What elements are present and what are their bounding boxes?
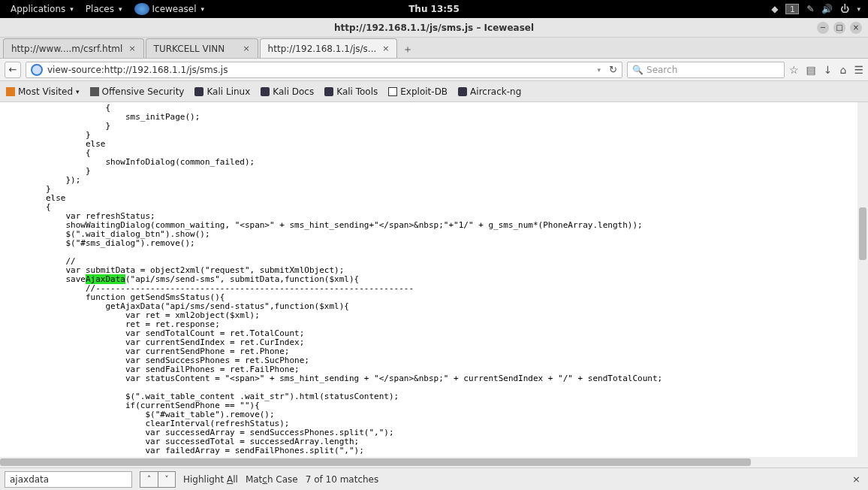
tab-bar: http://www....m/csrf.html × TURKCELL VIN…: [0, 38, 868, 59]
bookmarks-bar: Most Visited ▾ Offensive Security Kali L…: [0, 81, 868, 102]
find-status: 7 of 10 matches: [306, 474, 379, 485]
window-close-button[interactable]: ×: [850, 22, 862, 34]
find-close-button[interactable]: ×: [852, 473, 860, 485]
vertical-scrollbar[interactable]: [857, 102, 868, 467]
bm-kali-linux[interactable]: Kali Linux: [194, 86, 250, 97]
bm-offensive-security[interactable]: Offensive Security: [90, 86, 185, 97]
tab-label: TURKCELL VINN: [154, 44, 225, 54]
feed-icon: [6, 87, 15, 96]
reload-button[interactable]: ↻: [609, 64, 617, 75]
browser-taskbar-item[interactable]: Iceweasel: [128, 0, 211, 18]
window-maximize-button[interactable]: □: [833, 22, 845, 34]
tab-close-button[interactable]: ×: [243, 44, 249, 53]
window-title: http://192.168.1.1/js/sms.js – Iceweasel: [334, 23, 534, 33]
highlight-all-toggle[interactable]: Highlight All: [183, 474, 238, 485]
bm-kali-tools[interactable]: Kali Tools: [324, 86, 378, 97]
tab-close-button[interactable]: ×: [382, 44, 389, 53]
search-icon: 🔍: [632, 65, 643, 75]
volume-icon[interactable]: 🔊: [821, 4, 833, 14]
bookmark-icon: [90, 87, 99, 96]
iceweasel-icon: [134, 3, 149, 15]
source-viewport: { sms_initPage(); } } else { showInfoDia…: [0, 102, 868, 467]
search-placeholder: Search: [646, 65, 677, 75]
scrollbar-thumb[interactable]: [859, 207, 866, 260]
home-icon[interactable]: ⌂: [840, 64, 847, 76]
url-dropdown-icon[interactable]: ▾: [597, 66, 601, 74]
find-input[interactable]: ajaxdata: [5, 471, 132, 488]
tab-csrf[interactable]: http://www....m/csrf.html ×: [3, 38, 144, 58]
site-identity-icon: [31, 64, 43, 76]
menu-icon[interactable]: ☰: [854, 64, 863, 76]
tools-icon[interactable]: ✎: [806, 4, 814, 14]
navigation-bar: ← view-source:http://192.168.1.1/js/sms.…: [0, 59, 868, 81]
tab-turkcell[interactable]: TURKCELL VINN ×: [146, 38, 258, 58]
url-text: view-source:http://192.168.1.1/js/sms.js: [47, 65, 228, 75]
window-titlebar: http://192.168.1.1/js/sms.js – Iceweasel…: [0, 18, 868, 38]
tab-smsjs[interactable]: http://192.168.1.1/js/s... ×: [260, 38, 398, 58]
search-highlight: AjaxData: [86, 274, 125, 284]
kali-icon: [194, 87, 203, 96]
kali-icon: [261, 87, 270, 96]
bm-most-visited[interactable]: Most Visited ▾: [6, 86, 80, 97]
back-button[interactable]: ←: [5, 62, 21, 78]
exploit-db-icon: [388, 87, 397, 96]
applications-menu[interactable]: Applications: [5, 0, 80, 18]
tab-label: http://192.168.1.1/js/s...: [268, 44, 377, 54]
bm-kali-docs[interactable]: Kali Docs: [261, 86, 314, 97]
source-code[interactable]: { sms_initPage(); } } else { showInfoDia…: [0, 102, 868, 467]
workspace-indicator[interactable]: 1: [785, 4, 799, 14]
url-field[interactable]: view-source:http://192.168.1.1/js/sms.js…: [26, 62, 622, 78]
horizontal-scrollbar[interactable]: [0, 457, 857, 467]
reading-list-icon[interactable]: ▤: [806, 64, 816, 76]
new-tab-button[interactable]: ＋: [399, 41, 417, 58]
match-case-toggle[interactable]: Match Case: [246, 474, 298, 485]
find-next-button[interactable]: ˅: [158, 471, 176, 488]
panel-clock[interactable]: Thu 13:55: [408, 4, 460, 14]
power-icon[interactable]: ⏻: [840, 4, 849, 14]
tab-close-button[interactable]: ×: [128, 44, 135, 53]
panel-indicator-icon[interactable]: ◆: [771, 4, 778, 14]
find-bar: ajaxdata ˄ ˅ Highlight All Match Case 7 …: [0, 467, 868, 490]
downloads-icon[interactable]: ↓: [824, 64, 833, 76]
bm-exploit-db[interactable]: Exploit-DB: [388, 86, 448, 97]
places-menu[interactable]: Places: [80, 0, 128, 18]
find-prev-button[interactable]: ˄: [140, 471, 158, 488]
bookmark-star-icon[interactable]: ☆: [789, 64, 799, 76]
scrollbar-thumb[interactable]: [0, 458, 751, 466]
search-field[interactable]: 🔍 Search: [627, 62, 785, 78]
bm-aircrack[interactable]: Aircrack-ng: [458, 86, 521, 97]
kali-icon: [324, 87, 333, 96]
window-minimize-button[interactable]: −: [817, 22, 829, 34]
tab-label: http://www....m/csrf.html: [11, 44, 122, 54]
aircrack-icon: [458, 87, 467, 96]
top-panel: Applications Places Iceweasel Thu 13:55 …: [0, 0, 868, 18]
panel-dropdown-icon[interactable]: ▾: [857, 5, 860, 13]
